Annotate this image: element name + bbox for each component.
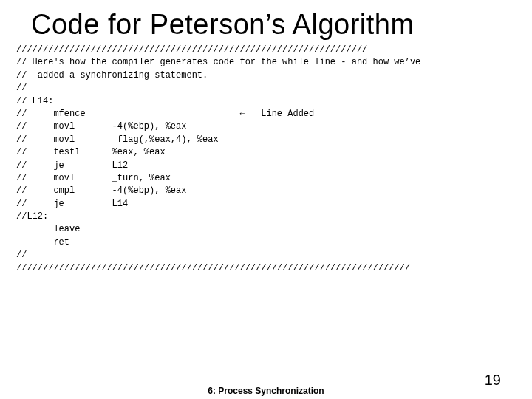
page-number: 19: [485, 372, 501, 389]
footer-label: 6: Process Synchronization: [0, 386, 532, 396]
code-block: ////////////////////////////////////////…: [0, 44, 532, 275]
slide: Code for Peterson’s Algorithm //////////…: [0, 0, 532, 399]
slide-title: Code for Peterson’s Algorithm: [0, 0, 532, 44]
